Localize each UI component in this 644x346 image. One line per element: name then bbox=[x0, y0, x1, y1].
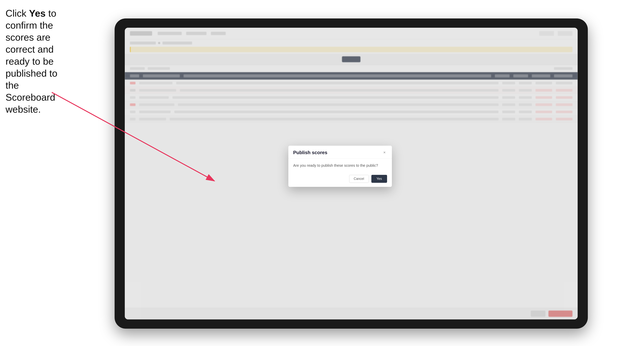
instruction-text: Click Yes to confirm the scores are corr… bbox=[6, 7, 59, 115]
modal-overlay: Publish scores × Are you ready to publis… bbox=[125, 28, 578, 319]
modal-body: Are you ready to publish these scores to… bbox=[288, 159, 392, 172]
modal-header: Publish scores × bbox=[288, 146, 392, 159]
publish-scores-modal: Publish scores × Are you ready to publis… bbox=[288, 146, 392, 187]
cancel-button[interactable]: Cancel bbox=[349, 175, 369, 183]
modal-body-text: Are you ready to publish these scores to… bbox=[293, 163, 387, 168]
modal-footer: Cancel Yes bbox=[288, 172, 392, 187]
modal-close-button[interactable]: × bbox=[382, 150, 387, 155]
tablet-screen: Publish scores × Are you ready to publis… bbox=[125, 28, 578, 319]
modal-title: Publish scores bbox=[293, 150, 327, 156]
tablet-device: Publish scores × Are you ready to publis… bbox=[114, 18, 588, 329]
yes-button[interactable]: Yes bbox=[371, 175, 387, 183]
